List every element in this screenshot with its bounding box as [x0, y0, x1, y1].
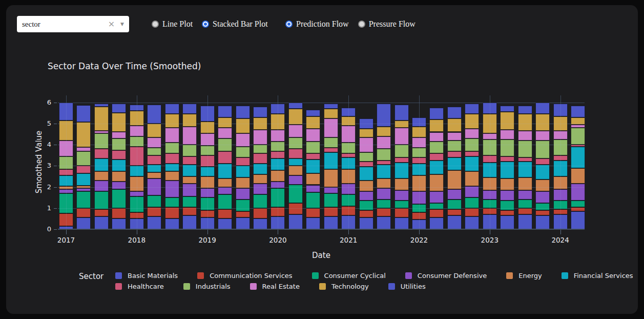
bar-segment[interactable]	[394, 190, 409, 201]
bar-segment[interactable]	[500, 210, 514, 215]
bar-segment[interactable]	[288, 158, 303, 166]
bar-segment[interactable]	[465, 208, 479, 216]
bar-segment[interactable]	[571, 147, 585, 168]
bar-segment[interactable]	[571, 184, 585, 201]
bar-segment[interactable]	[447, 141, 462, 151]
bar-segment[interactable]	[94, 216, 109, 229]
chevron-down-icon[interactable]: ▼	[120, 22, 124, 27]
bar-segment[interactable]	[571, 201, 585, 207]
bar-segment[interactable]	[218, 151, 232, 164]
bar-segment[interactable]	[447, 209, 462, 215]
bar-segment[interactable]	[447, 189, 462, 200]
bar-segment[interactable]	[535, 203, 550, 210]
bar-segment[interactable]	[236, 200, 250, 211]
bar-segment[interactable]	[500, 139, 514, 156]
bar-segment[interactable]	[94, 158, 109, 171]
bar-segment[interactable]	[465, 186, 479, 198]
bar-segment[interactable]	[500, 130, 514, 139]
bar-segment[interactable]	[253, 184, 267, 194]
bar-segment[interactable]	[571, 128, 585, 145]
legend-item[interactable]: Financial Services	[562, 272, 633, 280]
bar-segment[interactable]	[447, 215, 462, 229]
bar-segment[interactable]	[465, 197, 479, 208]
bar-segment[interactable]	[465, 129, 479, 138]
bar-segment[interactable]	[359, 129, 373, 137]
bar-segment[interactable]	[500, 156, 514, 162]
sector-filter-select[interactable]: sector × ▼	[17, 16, 129, 32]
bar-segment[interactable]	[306, 160, 320, 173]
bar-segment[interactable]	[165, 143, 179, 153]
bar-segment[interactable]	[429, 142, 444, 153]
bar-segment[interactable]	[377, 149, 391, 161]
bar-segment[interactable]	[76, 151, 91, 166]
radio-unchecked-icon[interactable]	[152, 21, 159, 28]
radio-checked-icon[interactable]	[285, 21, 293, 28]
legend-item[interactable]: Utilities	[388, 283, 426, 290]
bar-segment[interactable]	[76, 105, 91, 122]
bar-segment[interactable]	[306, 110, 320, 116]
bar-segment[interactable]	[236, 177, 250, 188]
bar-segment[interactable]	[377, 200, 391, 208]
bar-segment[interactable]	[236, 157, 250, 166]
bar-segment[interactable]	[535, 210, 550, 215]
bar-segment[interactable]	[165, 197, 179, 207]
bar-segment[interactable]	[306, 192, 320, 208]
bar-segment[interactable]	[182, 184, 197, 196]
bar-segment[interactable]	[182, 215, 197, 229]
bar-segment[interactable]	[94, 107, 109, 131]
bar-segment[interactable]	[147, 216, 161, 229]
bar-segment[interactable]	[253, 164, 267, 174]
bar-segment[interactable]	[465, 114, 479, 129]
bar-segment[interactable]	[500, 106, 514, 112]
bar-segment[interactable]	[324, 137, 338, 148]
bar-segment[interactable]	[518, 190, 532, 200]
bar-segment[interactable]	[324, 187, 338, 193]
bar-segment[interactable]	[359, 201, 373, 210]
bar-segment[interactable]	[76, 188, 91, 191]
bar-segment[interactable]	[165, 181, 179, 197]
bar-segment[interactable]	[377, 127, 391, 136]
bar-segment[interactable]	[147, 155, 161, 165]
legend-item[interactable]: Industrials	[183, 283, 231, 290]
bar-segment[interactable]	[147, 172, 161, 178]
bar-segment[interactable]	[182, 145, 197, 156]
bar-segment[interactable]	[324, 148, 338, 152]
bar-segment[interactable]	[447, 132, 462, 141]
radio-option[interactable]: Line Plot	[152, 19, 193, 29]
bar-segment[interactable]	[359, 152, 373, 162]
legend-item[interactable]: Basic Materials	[115, 272, 178, 280]
bar-segment[interactable]	[94, 181, 109, 191]
bar-segment[interactable]	[253, 194, 267, 208]
bar-segment[interactable]	[94, 131, 109, 133]
bar-segment[interactable]	[76, 217, 91, 229]
bar-segment[interactable]	[324, 104, 338, 109]
bar-segment[interactable]	[500, 201, 514, 210]
bar-segment[interactable]	[182, 156, 197, 165]
bar-segment[interactable]	[288, 203, 303, 215]
bar-segment[interactable]	[571, 106, 585, 117]
bar-segment[interactable]	[429, 174, 444, 191]
bar-segment[interactable]	[94, 149, 109, 158]
bar-segment[interactable]	[76, 147, 91, 151]
bar-segment[interactable]	[465, 151, 479, 156]
bar-segment[interactable]	[377, 165, 391, 178]
bar-segment[interactable]	[447, 107, 462, 118]
bar-segment[interactable]	[94, 171, 109, 181]
bar-segment[interactable]	[359, 167, 373, 181]
bar-segment[interactable]	[429, 153, 444, 161]
bar-segment[interactable]	[76, 191, 91, 208]
bar-segment[interactable]	[306, 208, 320, 218]
bar-segment[interactable]	[535, 141, 550, 158]
bar-segment[interactable]	[165, 218, 179, 229]
bar-segment[interactable]	[518, 177, 532, 190]
bar-segment[interactable]	[112, 208, 126, 219]
bar-segment[interactable]	[218, 194, 232, 209]
bar-segment[interactable]	[218, 218, 232, 229]
legend-item[interactable]: Consumer Defensive	[405, 272, 487, 280]
bar-segment[interactable]	[500, 215, 514, 229]
bar-segment[interactable]	[76, 166, 91, 173]
bar-segment[interactable]	[218, 178, 232, 187]
bar-segment[interactable]	[288, 175, 303, 185]
legend-item[interactable]: Communication Services	[197, 272, 292, 280]
bar-segment[interactable]	[165, 114, 179, 128]
